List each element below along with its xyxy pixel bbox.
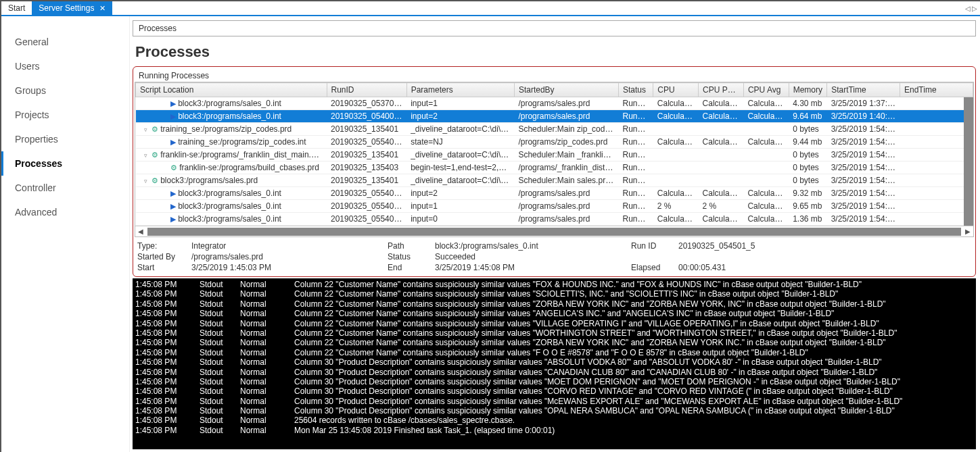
detail-status-label: Status (388, 252, 428, 261)
column-header[interactable]: EndTime (900, 83, 973, 97)
column-header[interactable]: Memory (789, 83, 827, 97)
cell-params: input=0 (406, 213, 514, 226)
detail-start: 3/25/2019 1:45:03 PM (191, 263, 381, 272)
sidebar-item-advanced[interactable]: Advanced (1, 200, 129, 224)
process-table[interactable]: Script LocationRunIDParametersStartedByS… (135, 82, 973, 226)
cell-peak (699, 174, 744, 187)
cell-avg: Calculating (743, 187, 789, 200)
script-location: franklin-se:/programs/_franklin_dist_mai… (160, 150, 323, 159)
table-row[interactable]: ⚙ franklin-se:/programs/build_cbases.prd… (136, 161, 973, 174)
cell-cpu: Calculating (653, 97, 699, 110)
cell-mem: 9.64 mb (789, 110, 827, 123)
script-location: block3:/programs/sales_0.int (178, 214, 281, 224)
tree-toggle-icon[interactable]: ▿ (143, 152, 149, 159)
script-location: block3:/programs/sales.prd (160, 176, 258, 185)
tab-start[interactable]: Start (1, 1, 32, 15)
sidebar-item-groups[interactable]: Groups (1, 78, 129, 103)
table-row[interactable]: ▶ block3:/programs/sales_0.int20190325_0… (136, 187, 973, 200)
cell-start: 3/25/2019 1:54:04… (827, 136, 900, 149)
cell-cpu (653, 161, 699, 174)
tab-bar: Start Server Settings ✕ ◁ ▷ (1, 1, 980, 16)
console-line: 1:45:08 PMStdoutNormal25604 records writ… (135, 416, 973, 425)
cell-peak (699, 161, 744, 174)
cell-status: Running (618, 136, 653, 149)
console-line: 1:45:08 PMStdoutNormalColumn 30 "Product… (135, 357, 973, 367)
detail-type-label: Type: (137, 241, 185, 251)
tree-toggle-icon[interactable]: ▿ (143, 178, 149, 184)
console-line: 1:45:08 PMStdoutNormalColumn 30 "Product… (135, 386, 973, 396)
console-output[interactable]: 1:45:08 PMStdoutNormalColumn 22 "Custome… (133, 278, 976, 449)
console-line: 1:45:08 PMStdoutNormalColumn 22 "Custome… (135, 348, 973, 357)
column-header[interactable]: Script Location (136, 83, 327, 97)
console-line: 1:45:08 PMStdoutNormalMon Mar 25 13:45:0… (135, 426, 973, 435)
detail-by: /programs/sales.prd (191, 252, 381, 261)
cell-run: 20190325_135403 (327, 161, 406, 174)
cell-peak: Calculating (699, 187, 744, 200)
tab-next-icon[interactable]: ▷ (972, 5, 977, 12)
cell-avg: Calculating (743, 97, 789, 110)
cell-params: input=1 (406, 97, 514, 110)
play-icon: ▶ (170, 138, 176, 146)
sidebar-item-processes[interactable]: Processes (1, 151, 129, 176)
console-line: 1:45:08 PMStdoutNormalColumn 22 "Custome… (135, 328, 973, 338)
cell-run: 20190325_135401 (327, 174, 406, 187)
script-location: block3:/programs/sales_0.int (178, 189, 281, 198)
column-header[interactable]: CPU Peak (699, 83, 744, 97)
cell-status: Running (618, 149, 653, 161)
cell-run: 20190325_054001_1 (327, 110, 406, 123)
sidebar-item-general[interactable]: General (1, 30, 129, 54)
cell-avg: Calculating (743, 213, 789, 226)
tree-toggle-icon[interactable]: ▿ (143, 126, 149, 133)
table-row[interactable]: ▶ block3:/programs/sales_0.int20190325_0… (136, 200, 973, 213)
cell-cpu (653, 149, 699, 161)
column-header[interactable]: CPU Avg (743, 83, 789, 97)
column-header[interactable]: Parameters (406, 83, 514, 97)
sidebar-item-controller[interactable]: Controller (1, 176, 129, 200)
sidebar-item-users[interactable]: Users (1, 54, 129, 78)
cell-peak: 2 % (699, 200, 744, 213)
cell-start: 3/25/2019 1:54:04… (827, 187, 900, 200)
cell-end (900, 149, 973, 161)
console-line: 1:45:08 PMStdoutNormalColumn 22 "Custome… (135, 338, 973, 347)
column-header[interactable]: CPU (653, 83, 699, 97)
column-header[interactable]: RunID (327, 83, 406, 97)
cell-by: /programs/sales.prd (514, 97, 618, 110)
console-line: 1:45:08 PMStdoutNormalColumn 22 "Custome… (135, 319, 973, 328)
console-line: 1:45:08 PMStdoutNormalColumn 22 "Custome… (135, 309, 973, 318)
play-icon: ▶ (170, 99, 176, 107)
horizontal-scrollbar[interactable]: ◀ ▶ (135, 226, 973, 236)
cell-avg (743, 174, 789, 187)
close-icon[interactable]: ✕ (99, 4, 106, 13)
table-row[interactable]: ▿ ⚙ franklin-se:/programs/_franklin_dist… (136, 149, 973, 161)
scroll-left-icon[interactable]: ◀ (135, 226, 146, 237)
scroll-right-icon[interactable]: ▶ (962, 226, 973, 237)
cell-start: 3/25/2019 1:40:04… (827, 110, 900, 123)
table-row[interactable]: ▿ ⚙ training_se:/programs/zip_codes.prd2… (136, 123, 973, 136)
cell-end (900, 161, 973, 174)
detail-runid: 20190325_054501_5 (678, 241, 814, 251)
tab-prev-icon[interactable]: ◁ (965, 5, 971, 12)
cell-by: /programs/sales.prd (514, 187, 618, 200)
cell-by: /programs/sales.prd (514, 110, 618, 123)
cell-cpu (653, 123, 699, 136)
sidebar-item-properties[interactable]: Properties (1, 127, 129, 151)
cell-run: 20190325_053702_4 (327, 97, 406, 110)
script-location: training_se:/programs/zip_codes.int (178, 137, 306, 147)
table-row[interactable]: ▶ block3:/programs/sales_0.int20190325_0… (136, 110, 973, 123)
table-row[interactable]: ▶ training_se:/programs/zip_codes.int201… (136, 136, 973, 149)
table-row[interactable]: ▶ block3:/programs/sales_0.int20190325_0… (136, 97, 973, 110)
detail-elapsed: 00:00:05.431 (678, 263, 814, 272)
column-header[interactable]: Status (618, 83, 653, 97)
column-header[interactable]: StartTime (827, 83, 900, 97)
play-icon: ▶ (170, 215, 176, 223)
table-row[interactable]: ▶ block3:/programs/sales_0.int20190325_0… (136, 213, 973, 226)
scroll-track[interactable] (147, 228, 961, 236)
cell-peak: Calculating (699, 213, 744, 226)
sidebar-item-projects[interactable]: Projects (1, 103, 129, 127)
script-location: franklin-se:/programs/build_cbases.prd (179, 163, 319, 172)
table-row[interactable]: ▿ ⚙ block3:/programs/sales.prd20190325_1… (136, 174, 973, 187)
vertical-scrollbar[interactable] (964, 97, 973, 226)
cell-end (900, 123, 973, 136)
tab-server-settings[interactable]: Server Settings ✕ (32, 1, 112, 15)
column-header[interactable]: StartedBy (514, 83, 618, 97)
